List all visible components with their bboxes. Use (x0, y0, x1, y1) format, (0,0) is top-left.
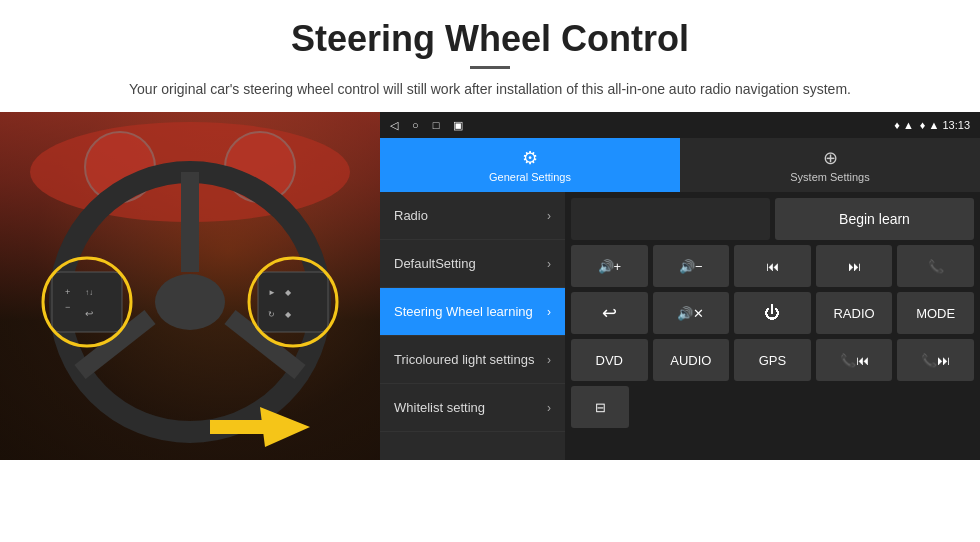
svg-text:↩: ↩ (85, 308, 93, 319)
radio-label: RADIO (833, 306, 874, 321)
phone-prev-button[interactable]: 📞⏮ (816, 339, 893, 381)
empty-input-cell (571, 198, 770, 240)
status-bar-nav: ◁ ○ □ ▣ (390, 119, 463, 132)
menu-item-steering-wheel[interactable]: Steering Wheel learning › (380, 288, 565, 336)
steering-wheel-photo: + − ↑↓ ↩ ► ◆ ↻ ◆ (0, 112, 380, 460)
menu-item-whitelist[interactable]: Whitelist setting › (380, 384, 565, 432)
tab-system-settings[interactable]: ⊕ System Settings (680, 138, 980, 192)
svg-text:−: − (65, 302, 70, 312)
vol-down-icon: 🔊− (679, 259, 703, 274)
power-button[interactable]: ⏻ (734, 292, 811, 334)
audio-label: AUDIO (670, 353, 711, 368)
svg-rect-8 (52, 272, 122, 332)
menu-item-radio[interactable]: Radio › (380, 192, 565, 240)
svg-point-7 (155, 274, 225, 330)
svg-rect-13 (258, 272, 328, 332)
vol-up-icon: 🔊+ (598, 259, 622, 274)
tab-general-label: General Settings (489, 171, 571, 183)
system-settings-icon: ⊕ (823, 147, 838, 169)
audio-button[interactable]: AUDIO (653, 339, 730, 381)
begin-learn-button[interactable]: Begin learn (775, 198, 974, 240)
gps-label: GPS (759, 353, 786, 368)
next-track-button[interactable]: ⏭ (816, 245, 893, 287)
back-nav-icon[interactable]: ◁ (390, 119, 398, 132)
menu-item-tricoloured[interactable]: Tricoloured light settings › (380, 336, 565, 384)
home-nav-icon[interactable]: ○ (412, 119, 419, 131)
main-content: Radio › DefaultSetting › Steering Wheel … (380, 192, 980, 460)
menu-default-chevron: › (547, 257, 551, 271)
menu-whitelist-chevron: › (547, 401, 551, 415)
svg-rect-21 (210, 420, 265, 434)
cast-nav-icon[interactable]: ▣ (453, 119, 463, 132)
list-icon: ⊟ (595, 400, 606, 415)
menu-radio-chevron: › (547, 209, 551, 223)
status-bar: ◁ ○ □ ▣ ♦ ▲ ♦ ▲ 13:13 (380, 112, 980, 138)
svg-marker-20 (260, 407, 310, 447)
gps-button[interactable]: GPS (734, 339, 811, 381)
vol-down-button[interactable]: 🔊− (653, 245, 730, 287)
back-icon: ↩ (602, 302, 617, 324)
dvd-button[interactable]: DVD (571, 339, 648, 381)
prev-track-button[interactable]: ⏮ (734, 245, 811, 287)
status-bar-info: ♦ ▲ ♦ ▲ 13:13 (894, 119, 970, 131)
svg-text:↻: ↻ (268, 310, 275, 319)
menu-default-label: DefaultSetting (394, 256, 547, 271)
begin-learn-row: Begin learn (571, 198, 974, 240)
radio-button[interactable]: RADIO (816, 292, 893, 334)
content-area: + − ↑↓ ↩ ► ◆ ↻ ◆ ◁ (0, 112, 980, 460)
dvd-label: DVD (596, 353, 623, 368)
button-row-3: DVD AUDIO GPS 📞⏮ 📞⏭ (571, 339, 974, 381)
button-row-4: ⊟ (571, 386, 974, 428)
menu-tricoloured-chevron: › (547, 353, 551, 367)
menu-item-default-setting[interactable]: DefaultSetting › (380, 240, 565, 288)
menu-tricoloured-label: Tricoloured light settings (394, 352, 547, 367)
sw-background: + − ↑↓ ↩ ► ◆ ↻ ◆ (0, 112, 380, 460)
steering-wheel-svg: + − ↑↓ ↩ ► ◆ ↻ ◆ (0, 112, 380, 460)
menu-steering-chevron: › (547, 305, 551, 319)
menu-radio-label: Radio (394, 208, 547, 223)
phone-next-button[interactable]: 📞⏭ (897, 339, 974, 381)
prev-track-icon: ⏮ (766, 259, 779, 274)
recent-nav-icon[interactable]: □ (433, 119, 440, 131)
page-title: Steering Wheel Control (40, 18, 940, 60)
phone-button[interactable]: 📞 (897, 245, 974, 287)
mute-icon: 🔊✕ (677, 306, 704, 321)
tab-general-settings[interactable]: ⚙ General Settings (380, 138, 680, 192)
android-ui: ◁ ○ □ ▣ ♦ ▲ ♦ ▲ 13:13 ⚙ General Settings… (380, 112, 980, 460)
title-divider (470, 66, 510, 69)
svg-text:+: + (65, 287, 70, 297)
button-row-2: ↩ 🔊✕ ⏻ RADIO MODE (571, 292, 974, 334)
phone-next-icon: 📞⏭ (921, 353, 950, 368)
tab-bar: ⚙ General Settings ⊕ System Settings (380, 138, 980, 192)
menu-whitelist-label: Whitelist setting (394, 400, 547, 415)
svg-text:◆: ◆ (285, 310, 292, 319)
time-display: ♦ ▲ 13:13 (920, 119, 970, 131)
signal-icon: ♦ ▲ (894, 119, 914, 131)
svg-text:↑↓: ↑↓ (85, 288, 93, 297)
subtitle-text: Your original car's steering wheel contr… (40, 79, 940, 100)
svg-text:►: ► (268, 288, 276, 297)
power-icon: ⏻ (764, 304, 780, 322)
menu-list: Radio › DefaultSetting › Steering Wheel … (380, 192, 565, 460)
list-button[interactable]: ⊟ (571, 386, 629, 428)
phone-icon: 📞 (928, 259, 944, 274)
back-button[interactable]: ↩ (571, 292, 648, 334)
general-settings-icon: ⚙ (522, 147, 538, 169)
tab-system-label: System Settings (790, 171, 869, 183)
top-section: Steering Wheel Control Your original car… (0, 0, 980, 112)
vol-up-button[interactable]: 🔊+ (571, 245, 648, 287)
menu-steering-label: Steering Wheel learning (394, 304, 547, 319)
mute-button[interactable]: 🔊✕ (653, 292, 730, 334)
svg-text:◆: ◆ (285, 288, 292, 297)
next-track-icon: ⏭ (848, 259, 861, 274)
right-panel: Begin learn 🔊+ 🔊− ⏮ ⏭ (565, 192, 980, 460)
mode-label: MODE (916, 306, 955, 321)
phone-prev-icon: 📞⏮ (840, 353, 869, 368)
mode-button[interactable]: MODE (897, 292, 974, 334)
button-row-1: 🔊+ 🔊− ⏮ ⏭ 📞 (571, 245, 974, 287)
